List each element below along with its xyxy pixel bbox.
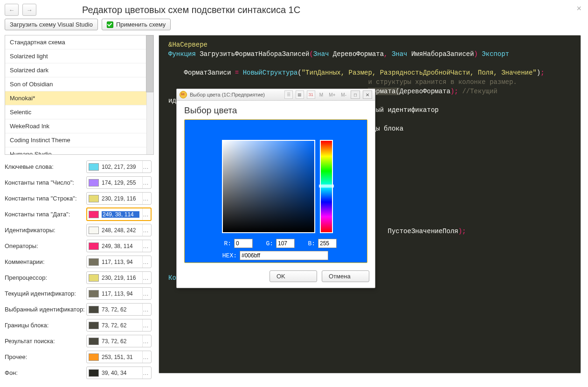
- scheme-item[interactable]: Son of Obsidian: [5, 77, 153, 91]
- color-swatch: [89, 179, 99, 187]
- more-button[interactable]: ...: [142, 161, 149, 173]
- toolbar-icon-2[interactable]: ▦: [296, 90, 304, 99]
- close-icon[interactable]: ×: [576, 4, 581, 14]
- nav-forward-button[interactable]: →: [22, 4, 36, 16]
- nav-back-button[interactable]: ←: [5, 4, 19, 16]
- color-value: 174, 129, 255: [102, 180, 139, 186]
- color-input[interactable]: 39, 40, 34...: [86, 366, 152, 379]
- color-input[interactable]: 249, 38, 114...: [86, 207, 152, 221]
- scrollbar-thumb[interactable]: [146, 35, 153, 92]
- memory-mminus-button[interactable]: M-: [339, 92, 348, 97]
- dialog-titlebar[interactable]: Выбор цвета (1С:Предприятие) ☰ ▦ 31 M M+…: [177, 89, 375, 101]
- toolbar-icon-1[interactable]: ☰: [284, 90, 293, 99]
- color-input[interactable]: 73, 72, 62...: [86, 319, 152, 332]
- more-button[interactable]: ...: [142, 304, 149, 315]
- color-label: Ключевые слова:: [5, 163, 86, 170]
- color-label: Границы блока:: [5, 322, 86, 329]
- minimize-icon[interactable]: □: [351, 90, 360, 99]
- hue-marker[interactable]: [319, 185, 334, 187]
- more-button[interactable]: ...: [142, 367, 149, 379]
- more-button[interactable]: ...: [142, 319, 149, 331]
- more-button[interactable]: ...: [142, 256, 149, 268]
- color-value: 117, 113, 94: [102, 259, 139, 265]
- scheme-item[interactable]: Monokai*: [5, 91, 153, 105]
- color-row: Операторы:249, 38, 114...: [5, 240, 154, 252]
- color-value: 73, 72, 62: [102, 338, 139, 345]
- color-label: Прочее:: [5, 353, 86, 360]
- apply-scheme-label: Применить схему: [116, 21, 166, 28]
- scheme-item[interactable]: Humane Studio: [5, 147, 153, 155]
- color-input[interactable]: 230, 219, 116...: [86, 271, 152, 284]
- apply-scheme-button[interactable]: Применить схему: [102, 19, 171, 30]
- r-input[interactable]: [234, 239, 253, 248]
- color-row: Константы типа "Дата":249, 38, 114...: [5, 208, 154, 221]
- color-picker-dialog: Выбор цвета (1С:Предприятие) ☰ ▦ 31 M M+…: [176, 89, 375, 288]
- color-input[interactable]: 248, 248, 242...: [86, 224, 152, 236]
- color-swatch: [89, 290, 99, 297]
- color-value: 230, 219, 116: [102, 195, 139, 202]
- toolbar: Загрузить схему Visual Studio Применить …: [5, 19, 583, 30]
- memory-m-button[interactable]: M: [318, 92, 325, 97]
- scheme-item[interactable]: Coding Instinct Theme: [5, 133, 153, 147]
- color-input[interactable]: 117, 113, 94...: [86, 287, 152, 300]
- color-label: Фон:: [5, 369, 86, 376]
- saturation-value-box[interactable]: [222, 140, 315, 233]
- color-input[interactable]: 253, 151, 31...: [86, 351, 152, 363]
- more-button[interactable]: ...: [142, 208, 149, 220]
- color-input[interactable]: 174, 129, 255...: [86, 176, 152, 189]
- calendar-icon[interactable]: 31: [307, 90, 315, 99]
- color-input[interactable]: 117, 113, 94...: [86, 256, 152, 268]
- scheme-item[interactable]: WekeRoad Ink: [5, 119, 153, 133]
- color-swatch: [89, 211, 99, 218]
- dialog-body: Выбор цвета R: G: B:: [177, 101, 375, 267]
- more-button[interactable]: ...: [142, 240, 149, 252]
- more-button[interactable]: ...: [142, 272, 149, 283]
- g-input[interactable]: [276, 239, 295, 248]
- color-label: Результат поиска:: [5, 338, 86, 345]
- topbar: ← → Редактор цветовых схем подсветки син…: [5, 4, 583, 16]
- more-button[interactable]: ...: [142, 288, 149, 299]
- ok-button[interactable]: OK: [270, 270, 317, 282]
- color-row: Прочее:253, 151, 31...: [5, 351, 154, 363]
- color-label: Текущий идентификатор:: [5, 290, 86, 297]
- color-label: Препроцессор:: [5, 274, 86, 281]
- color-input[interactable]: 73, 72, 62...: [86, 335, 152, 347]
- color-value: 73, 72, 62: [102, 322, 139, 329]
- more-button[interactable]: ...: [142, 224, 149, 236]
- more-button[interactable]: ...: [142, 177, 149, 188]
- memory-mplus-button[interactable]: M+: [327, 92, 337, 97]
- scheme-list[interactable]: Стандартная схемаSolarized lightSolarize…: [5, 35, 154, 155]
- left-panel: Стандартная схемаSolarized lightSolarize…: [5, 35, 154, 382]
- color-swatch: [89, 258, 99, 266]
- more-button[interactable]: ...: [142, 193, 149, 204]
- color-input[interactable]: 230, 219, 116...: [86, 192, 152, 205]
- color-input[interactable]: 102, 217, 239...: [86, 160, 152, 173]
- more-button[interactable]: ...: [142, 351, 149, 363]
- more-button[interactable]: ...: [142, 335, 149, 347]
- hex-input[interactable]: [240, 251, 328, 260]
- b-input[interactable]: [318, 239, 337, 248]
- color-value: 117, 113, 94: [102, 290, 139, 297]
- cancel-button[interactable]: Отмена: [322, 270, 369, 282]
- scheme-item[interactable]: Solarized dark: [5, 63, 153, 77]
- color-label: Выбранный идентификатор:: [5, 306, 86, 313]
- scrollbar[interactable]: [146, 35, 153, 154]
- b-label: B:: [306, 240, 315, 247]
- load-scheme-button[interactable]: Загрузить схему Visual Studio: [5, 19, 98, 30]
- scheme-item[interactable]: Solarized light: [5, 49, 153, 63]
- color-value: 249, 38, 114: [102, 211, 139, 218]
- r-label: R:: [222, 240, 231, 247]
- scheme-item[interactable]: Стандартная схема: [5, 35, 153, 49]
- color-input[interactable]: 249, 38, 114...: [86, 240, 152, 252]
- color-swatch: [89, 242, 99, 250]
- picker-inner: R: G: B: HEX:: [188, 124, 363, 259]
- scheme-item[interactable]: Selentic: [5, 105, 153, 119]
- color-label: Константы типа "Строка":: [5, 195, 86, 202]
- color-swatch: [89, 163, 99, 171]
- color-value: 230, 219, 116: [102, 275, 139, 281]
- color-row: Идентификаторы:248, 248, 242...: [5, 224, 154, 236]
- color-input[interactable]: 73, 72, 62...: [86, 303, 152, 316]
- close-dialog-icon[interactable]: ✕: [363, 90, 372, 99]
- color-swatch: [89, 369, 99, 377]
- picker-fields: R: G: B: HEX:: [222, 239, 337, 263]
